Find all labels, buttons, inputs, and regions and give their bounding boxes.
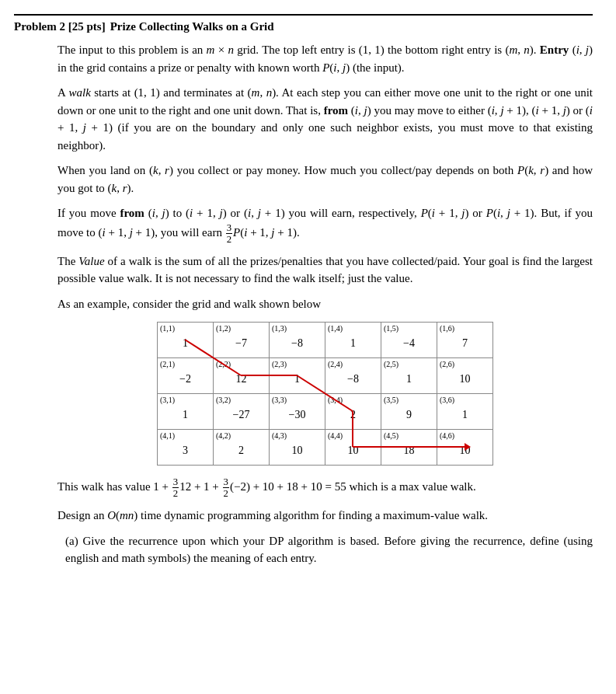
grid-cell: (3,1)1	[158, 394, 214, 430]
subq-a-text: (a) Give the recurrence upon which your …	[65, 532, 593, 567]
problem-title: Prize Collecting Walks on a Grid	[110, 20, 274, 33]
grid-cell: (3,3)−30	[270, 394, 325, 430]
grid-cell: (2,4)−8	[325, 358, 381, 394]
grid-cell: (1,5)−4	[381, 323, 437, 358]
grid-cell: (4,4)10	[325, 430, 381, 466]
grid-cell: (4,2)2	[214, 430, 270, 466]
grid-cell: (3,5)9	[381, 394, 437, 430]
paragraph-5: The Value of a walk is the sum of all th…	[57, 253, 593, 288]
grid-cell: (3,6)1	[437, 394, 493, 430]
problem-content: The input to this problem is an m × n gr…	[57, 41, 593, 567]
grid-cell: (4,5)18	[381, 430, 437, 466]
grid-cell: (4,3)10	[270, 430, 325, 466]
subquestion-a: (a) Give the recurrence upon which your …	[65, 532, 593, 567]
grid-cell: (2,5)1	[381, 358, 437, 394]
paragraph-8: Design an O(mn) time dynamic programming…	[57, 507, 593, 525]
problem-label: Problem 2 [25 pts]	[14, 20, 106, 33]
grid-cell: (2,6)10	[437, 358, 493, 394]
grid-cell: (3,4)2	[325, 394, 381, 430]
problem-header: Problem 2 [25 pts] Prize Collecting Walk…	[14, 14, 593, 33]
grid-cell: (2,2)12	[214, 358, 270, 394]
paragraph-6: As an example, consider the grid and wal…	[57, 295, 593, 313]
grid-table: (1,1)1(1,2)−7(1,3)−8(1,4)1(1,5)−4(1,6)7(…	[157, 322, 493, 466]
grid-cell: (3,2)−27	[214, 394, 270, 430]
grid-cell: (4,6)10	[437, 430, 493, 466]
paragraph-7: This walk has value 1 + 3212 + 1 + 32(−2…	[57, 476, 593, 499]
grid-cell: (1,3)−8	[270, 323, 325, 358]
paragraph-3: When you land on (k, r) you collect or p…	[57, 162, 593, 197]
grid-cell: (2,1)−2	[158, 358, 214, 394]
grid-cell: (1,6)7	[437, 323, 493, 358]
paragraph-4: If you move from (i, j) to (i + 1, j) or…	[57, 204, 593, 245]
grid-cell: (2,3)1	[270, 358, 325, 394]
grid-cell: (1,1)1	[158, 323, 214, 358]
grid-cell: (1,4)1	[325, 323, 381, 358]
grid-cell: (1,2)−7	[214, 323, 270, 358]
paragraph-1: The input to this problem is an m × n gr…	[57, 41, 593, 76]
paragraph-2: A walk starts at (1, 1) and terminates a…	[57, 84, 593, 154]
grid-container: (1,1)1(1,2)−7(1,3)−8(1,4)1(1,5)−4(1,6)7(…	[57, 322, 593, 466]
grid-cell: (4,1)3	[158, 430, 214, 466]
